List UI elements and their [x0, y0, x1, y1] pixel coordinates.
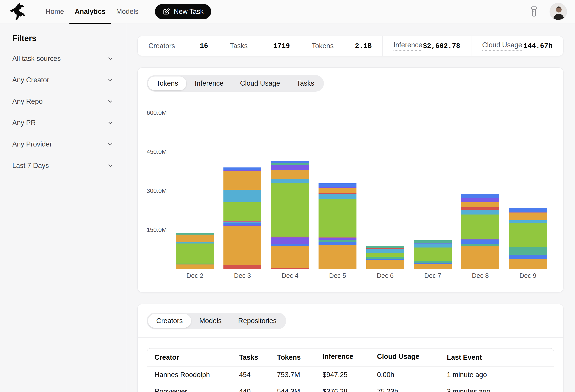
bar-dec-9[interactable] [509, 208, 547, 269]
cell-inference: $947.25 [323, 366, 377, 383]
filter-label: Any Provider [12, 140, 52, 148]
nav-item-models[interactable]: Models [111, 0, 144, 23]
bar-dec-4[interactable] [271, 161, 309, 269]
filter-label: Any PR [12, 119, 36, 127]
nav-item-home[interactable]: Home [40, 0, 70, 23]
new-task-label: New Task [174, 8, 204, 16]
y-axis-tick-label: 150.0M [147, 227, 167, 233]
main-content: Creators 16 Tasks 1719 Tokens 2.1B Infer… [126, 23, 575, 392]
bar-segment-red [461, 207, 499, 210]
bar-segment-purple [271, 165, 309, 170]
breakdown-tab-creators[interactable]: Creators [148, 314, 191, 328]
nav-label-models: Models [116, 8, 139, 16]
new-task-button[interactable]: New Task [155, 4, 211, 19]
chart-tab-label: Tokens [156, 79, 178, 87]
filter-task-sources[interactable]: All task sources [12, 48, 114, 69]
bar-segment-blue [461, 240, 499, 244]
breakdown-tab-repositories[interactable]: Repositories [230, 314, 285, 328]
cell-cloud-usage: 75.23h [377, 383, 447, 392]
cell-last-event: 3 minutes ago [447, 383, 554, 392]
filter-creator[interactable]: Any Creator [12, 69, 114, 91]
bar-segment-teal [509, 247, 547, 255]
bar-segment-orange [176, 264, 214, 269]
stat-inference[interactable]: Inference $2,602.78 [383, 36, 471, 56]
bar-segment-orange [223, 226, 261, 265]
bar-dec-2[interactable] [176, 233, 214, 269]
x-axis-label: Dec 9 [509, 272, 547, 279]
bar-dec-5[interactable] [318, 183, 357, 269]
chart-tabs-header: Tokens Inference Cloud Usage Tasks [138, 68, 563, 99]
stat-tokens: Tokens 2.1B [301, 36, 383, 56]
bar-segment-skyblue [414, 243, 452, 248]
breakdown-tab-group: Creators Models Repositories [147, 313, 286, 329]
column-header-tokens: Tokens [277, 348, 323, 366]
bar-segment-orange [318, 188, 357, 193]
x-axis-label: Dec 2 [176, 272, 214, 279]
bar-segment-orange [461, 202, 499, 207]
x-axis-label: Dec 4 [271, 272, 309, 279]
bar-dec-8[interactable] [461, 194, 499, 269]
column-header-inference[interactable]: Inference [323, 348, 377, 366]
kangaroo-logo[interactable] [0, 2, 40, 21]
bar-segment-blue [461, 194, 499, 198]
bar-segment-blue [223, 168, 261, 170]
cell-tokens: 544.3M [277, 383, 323, 392]
breakdown-tab-label: Repositories [238, 317, 277, 325]
column-header-creator: Creator [147, 348, 239, 366]
bar-segment-blue [271, 244, 309, 246]
filter-pr[interactable]: Any PR [12, 112, 114, 133]
breakdown-tab-models[interactable]: Models [191, 314, 230, 328]
summary-stats-bar: Creators 16 Tasks 1719 Tokens 2.1B Infer… [137, 36, 564, 56]
bar-segment-skyblue [223, 190, 261, 202]
stat-label-creators: Creators [148, 42, 175, 50]
chevron-down-icon [107, 141, 114, 148]
column-header-cloud-usage[interactable]: Cloud Usage [377, 348, 447, 366]
chart-tab-tasks[interactable]: Tasks [288, 76, 323, 90]
table-row[interactable]: Hannes Roodolph 454 753.7M $947.25 0.00h… [147, 366, 554, 383]
chart-tab-group: Tokens Inference Cloud Usage Tasks [147, 75, 324, 92]
filter-date-range[interactable]: Last 7 Days [12, 155, 114, 176]
bar-segment-orange [318, 245, 357, 269]
filter-provider[interactable]: Any Provider [12, 133, 114, 155]
bar-dec-6[interactable] [366, 246, 404, 269]
avatar[interactable] [550, 3, 567, 20]
bar-segment-orange [223, 171, 261, 190]
bar-segment-red [271, 268, 309, 269]
y-axis-tick-label: 600.0M [147, 109, 167, 116]
filter-repo[interactable]: Any Repo [12, 91, 114, 112]
table-row[interactable]: Rooviewer 440 544.3M $376.28 75.23h 3 mi… [147, 383, 554, 392]
bar-segment-green [271, 183, 309, 237]
bar-segment-orange [509, 259, 547, 269]
bar-segment-skyblue [271, 179, 309, 183]
bar-dec-7[interactable] [414, 240, 452, 269]
breakdown-card: Creators Models Repositories Creator Tas… [137, 304, 564, 392]
bar-segment-blue [318, 183, 357, 187]
chart-tab-cloud-usage[interactable]: Cloud Usage [232, 76, 288, 90]
chevron-down-icon [107, 98, 114, 105]
stat-cloud-usage[interactable]: Cloud Usage 144.67h [471, 36, 563, 56]
chevron-down-icon [107, 120, 114, 126]
bar-segment-blue [271, 161, 309, 163]
bar-dec-3[interactable] [223, 168, 261, 269]
bar-segment-green [318, 199, 357, 238]
column-header-tasks: Tasks [239, 348, 277, 366]
filter-list: All task sources Any Creator Any Repo An… [12, 48, 114, 176]
chart-tab-inference[interactable]: Inference [186, 76, 232, 90]
filters-sidebar: Filters All task sources Any Creator Any… [0, 23, 126, 392]
y-axis-tick-label: 450.0M [147, 149, 167, 155]
avatar-photo [550, 3, 567, 20]
breakdown-tabs-header: Creators Models Repositories [138, 304, 563, 338]
nav-item-analytics[interactable]: Analytics [70, 0, 111, 23]
chart-tab-tokens[interactable]: Tokens [148, 76, 186, 90]
bar-segment-teal [414, 240, 452, 243]
bar-segment-orange [461, 246, 499, 269]
bar-segment-blue [509, 255, 547, 259]
bar-segment-teal [366, 257, 404, 259]
filter-label: Any Creator [12, 76, 49, 84]
chevron-down-icon [107, 77, 114, 83]
stat-value-creators: 16 [200, 42, 208, 50]
flashlight-icon[interactable] [529, 6, 539, 17]
cell-last-event: 1 minute ago [447, 366, 554, 383]
chevron-down-icon [107, 55, 114, 62]
bar-segment-blue [509, 208, 547, 212]
